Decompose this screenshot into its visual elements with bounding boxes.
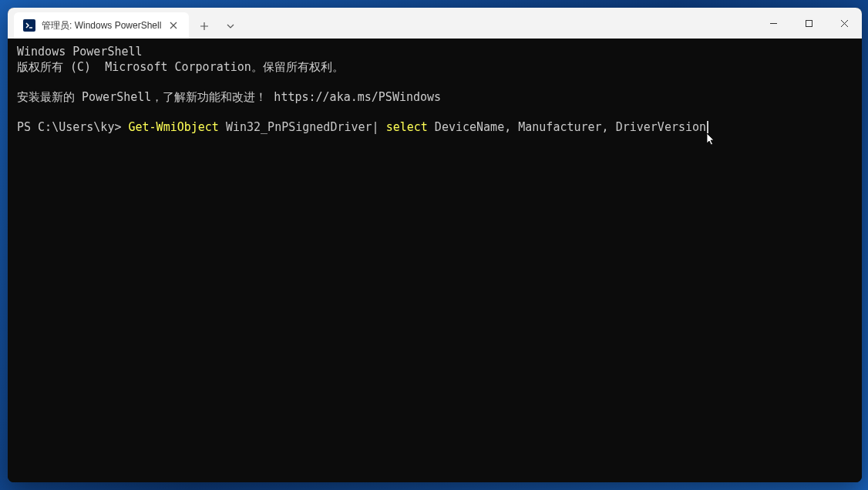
close-button[interactable] — [826, 8, 862, 39]
cmd-arg-1: Win32_PnPSignedDriver| — [219, 120, 386, 134]
tab-dropdown-button[interactable] — [218, 14, 243, 39]
terminal-prompt: PS C:\Users\ky> — [17, 120, 129, 134]
terminal-window: 管理员: Windows PowerShell Windo — [8, 8, 862, 482]
svg-rect-0 — [806, 20, 812, 26]
cmd-arg-2: DeviceName, Manufacturer, DriverVersion — [428, 120, 706, 134]
cmd-cmdlet-2: select — [386, 120, 428, 134]
new-tab-button[interactable] — [192, 14, 217, 39]
terminal-header-2: 版权所有 (C) Microsoft Corporation。保留所有权利。 — [17, 60, 344, 74]
tab-powershell[interactable]: 管理员: Windows PowerShell — [14, 12, 189, 39]
maximize-button[interactable] — [791, 8, 826, 39]
terminal-header-1: Windows PowerShell — [17, 45, 143, 59]
window-controls — [755, 8, 862, 39]
text-cursor — [707, 121, 708, 133]
minimize-button[interactable] — [755, 8, 791, 39]
tab-close-button[interactable] — [167, 19, 180, 32]
titlebar[interactable]: 管理员: Windows PowerShell — [8, 8, 862, 39]
powershell-icon — [23, 19, 35, 32]
terminal-install-msg: 安装最新的 PowerShell，了解新功能和改进！ https://aka.m… — [17, 90, 441, 104]
tabs-area: 管理员: Windows PowerShell — [8, 8, 755, 39]
terminal-content[interactable]: Windows PowerShell 版权所有 (C) Microsoft Co… — [8, 39, 862, 482]
tab-title: 管理员: Windows PowerShell — [42, 19, 161, 32]
cmd-cmdlet-1: Get-WmiObject — [129, 120, 219, 134]
